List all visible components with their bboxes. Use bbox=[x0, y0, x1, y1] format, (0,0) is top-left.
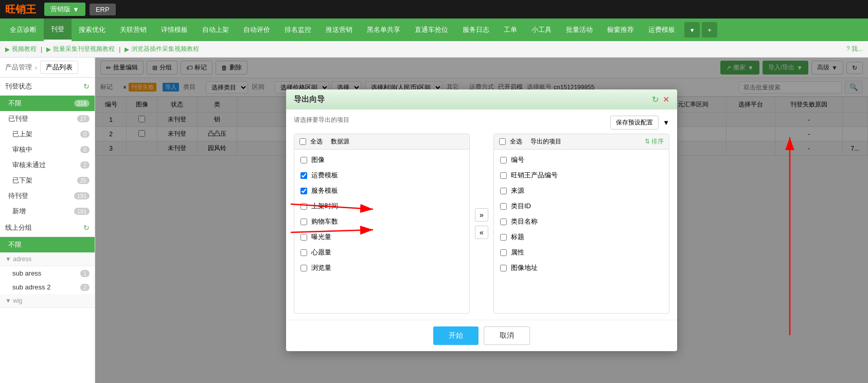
start-btn[interactable]: 开始 bbox=[433, 326, 479, 345]
modal-item-views[interactable]: 浏览量 bbox=[294, 260, 469, 276]
modal-header: 导出向导 ↻ ✕ bbox=[286, 89, 677, 110]
sidebar-refresh-icon[interactable]: ↻ bbox=[83, 82, 90, 90]
modal-arrows: » « bbox=[475, 134, 488, 314]
checkbox-title[interactable] bbox=[500, 234, 507, 241]
modal-item-service-template[interactable]: 服务模板 bbox=[294, 183, 469, 198]
checkbox-views[interactable] bbox=[300, 265, 307, 271]
modal-item-wishlist[interactable]: 心愿量 bbox=[294, 245, 469, 260]
help-icon[interactable]: ? 我... bbox=[846, 45, 863, 53]
nav-item-ticket[interactable]: 工单 bbox=[497, 19, 524, 41]
checkbox-attributes[interactable] bbox=[500, 249, 507, 256]
sort-btn[interactable]: ⇅ 排序 bbox=[645, 137, 664, 146]
nav-item-auto-review[interactable]: 自动评价 bbox=[236, 19, 277, 41]
sidebar-group-refresh-icon[interactable]: ↻ bbox=[83, 224, 90, 232]
modal-item-attributes[interactable]: 属性 bbox=[494, 245, 669, 260]
nav-item-auto-publish[interactable]: 自动上架 bbox=[195, 19, 236, 41]
sidebar-item-unlimited[interactable]: 不限 218 bbox=[0, 96, 95, 111]
checkbox-shipping-template[interactable] bbox=[300, 172, 307, 179]
modal-footer: 开始 取消 bbox=[286, 320, 677, 351]
sidebar-item-review-failed[interactable]: 审核未通过 2 bbox=[0, 157, 95, 173]
checkbox-category-name[interactable] bbox=[500, 218, 507, 225]
sidebar-item-pending[interactable]: 待刊登 191 bbox=[0, 188, 95, 204]
modal-right-body: 编号 旺销王产品编号 来源 bbox=[494, 150, 669, 313]
save-preset-btn[interactable]: 保存预设配置 bbox=[610, 116, 659, 130]
modal-item-source[interactable]: 来源 bbox=[494, 183, 669, 198]
nav-item-push-marketing[interactable]: 推送营销 bbox=[318, 19, 360, 41]
nav-item-related-marketing[interactable]: 关联营销 bbox=[113, 19, 154, 41]
sidebar-item-new[interactable]: 新增 191 bbox=[0, 204, 95, 219]
modal-item-image[interactable]: 图像 bbox=[294, 152, 469, 168]
modal-item-category-id[interactable]: 类目ID bbox=[494, 198, 669, 214]
checkbox-image[interactable] bbox=[300, 157, 307, 163]
app-logo: 旺销王 bbox=[5, 3, 36, 16]
checkbox-number[interactable] bbox=[500, 157, 507, 163]
nav-item-rank-monitor[interactable]: 排名监控 bbox=[277, 19, 318, 41]
modal-item-shelf-time[interactable]: 上架时间 bbox=[294, 198, 469, 214]
nav-item-showcase[interactable]: 橱窗推荐 bbox=[600, 19, 641, 41]
nav-item-batch-activity[interactable]: 批量活动 bbox=[559, 19, 600, 41]
batch-collect-link[interactable]: ▶ 批量采集刊登视频教程 bbox=[46, 45, 115, 53]
video-tutorial-link[interactable]: ▶ 视频教程 bbox=[5, 45, 37, 53]
modal-close-icon[interactable]: ✕ bbox=[663, 95, 669, 104]
modal-item-title[interactable]: 标题 bbox=[494, 229, 669, 245]
modal-header-actions: ↻ ✕ bbox=[652, 95, 669, 104]
checkbox-cart-count[interactable] bbox=[300, 218, 307, 225]
select-all-left-checkbox[interactable] bbox=[299, 138, 306, 145]
sidebar-subgroup-sub-aress[interactable]: sub aress 1 bbox=[0, 266, 95, 280]
checkbox-wxw-number[interactable] bbox=[500, 172, 507, 179]
select-all-right-checkbox[interactable] bbox=[499, 138, 506, 145]
modal-title: 导出向导 bbox=[294, 95, 325, 104]
modal-left-column: 全选 数据源 图像 运费模板 bbox=[294, 134, 470, 314]
nav-add-button[interactable]: ▾ bbox=[684, 22, 700, 38]
erp-btn[interactable]: ERP bbox=[90, 4, 116, 15]
arrow-left-btn[interactable]: « bbox=[475, 226, 488, 239]
checkbox-service-template[interactable] bbox=[300, 188, 307, 194]
modal-columns: 全选 数据源 图像 运费模板 bbox=[294, 134, 669, 314]
modal-desc: 请选择要导出的项目 bbox=[294, 116, 349, 124]
nav-item-shipping-template[interactable]: 运费模板 bbox=[641, 19, 682, 41]
modal-item-number[interactable]: 编号 bbox=[494, 152, 669, 168]
modal-item-shipping-template[interactable]: 运费模板 bbox=[294, 168, 469, 183]
sidebar-subgroup-sub-adress2[interactable]: sub adress 2 2 bbox=[0, 280, 95, 294]
modal-item-category-name[interactable]: 类目名称 bbox=[494, 214, 669, 229]
modal-right-header: 全选 导出的项目 ⇅ 排序 bbox=[494, 134, 669, 150]
modal-item-image-url[interactable]: 图像地址 bbox=[494, 260, 669, 276]
nav-more-button[interactable]: + bbox=[702, 22, 717, 38]
sidebar-item-reviewing[interactable]: 审核中 0 bbox=[0, 142, 95, 157]
nav-item-direct-train[interactable]: 直通车抢位 bbox=[408, 19, 455, 41]
checkbox-shelf-time[interactable] bbox=[300, 203, 307, 210]
nav-item-detail-template[interactable]: 详情模板 bbox=[154, 19, 195, 41]
modal-left-header: 全选 数据源 bbox=[294, 134, 469, 150]
modal-right-column: 全选 导出的项目 ⇅ 排序 编号 bbox=[493, 134, 669, 314]
marketing-btn[interactable]: 营销版 ▼ bbox=[44, 3, 85, 16]
modal-refresh-icon[interactable]: ↻ bbox=[652, 95, 659, 104]
checkbox-image-url[interactable] bbox=[500, 265, 507, 271]
checkbox-source[interactable] bbox=[500, 188, 507, 194]
nav-item-seo[interactable]: 搜索优化 bbox=[72, 19, 113, 41]
browser-plugin-link[interactable]: ▶ 浏览器插件采集视频教程 bbox=[125, 45, 199, 53]
sidebar-item-on-shelf[interactable]: 已上架 0 bbox=[0, 126, 95, 142]
sidebar-group-adress: ▼ adress bbox=[0, 252, 95, 266]
nav-item-tools[interactable]: 小工具 bbox=[524, 19, 559, 41]
checkbox-wishlist[interactable] bbox=[300, 249, 307, 256]
modal-item-cart-count[interactable]: 购物车数 bbox=[294, 214, 469, 229]
main-content: ✏ 批量编辑 ⊞ 分组 🏷 标记 🗑 删除 ↗ 搬家 ▼ 导入 bbox=[95, 58, 868, 383]
product-list-tab[interactable]: 产品列表 bbox=[40, 61, 78, 74]
sidebar-line-group-header: 线上分组 ↻ bbox=[0, 219, 95, 237]
modal-top-right: 保存预设配置 ▼ bbox=[610, 116, 669, 130]
nav-item-diagnostics[interactable]: 全店诊断 bbox=[3, 19, 44, 41]
checkbox-category-id[interactable] bbox=[500, 203, 507, 210]
sidebar-group-unlimited[interactable]: 不限 bbox=[0, 237, 95, 252]
sidebar-item-published[interactable]: 已刊登 27 bbox=[0, 111, 95, 126]
nav-item-service-log[interactable]: 服务日志 bbox=[455, 19, 497, 41]
arrow-right-btn[interactable]: » bbox=[475, 208, 488, 222]
checkbox-exposure[interactable] bbox=[300, 234, 307, 241]
cancel-btn[interactable]: 取消 bbox=[484, 326, 530, 345]
nav-item-blacklist[interactable]: 黑名单共享 bbox=[360, 19, 408, 41]
modal-item-exposure[interactable]: 曝光量 bbox=[294, 229, 469, 245]
modal-item-wxw-number[interactable]: 旺销王产品编号 bbox=[494, 168, 669, 183]
product-mgmt-label[interactable]: 产品管理 bbox=[5, 63, 32, 72]
sidebar-item-off-shelf[interactable]: 已下架 25 bbox=[0, 173, 95, 188]
modal-overlay: 导出向导 ↻ ✕ 请选择要导出的项目 保存预设配置 ▼ bbox=[95, 58, 868, 383]
nav-item-publish[interactable]: 刊登 bbox=[44, 19, 72, 41]
